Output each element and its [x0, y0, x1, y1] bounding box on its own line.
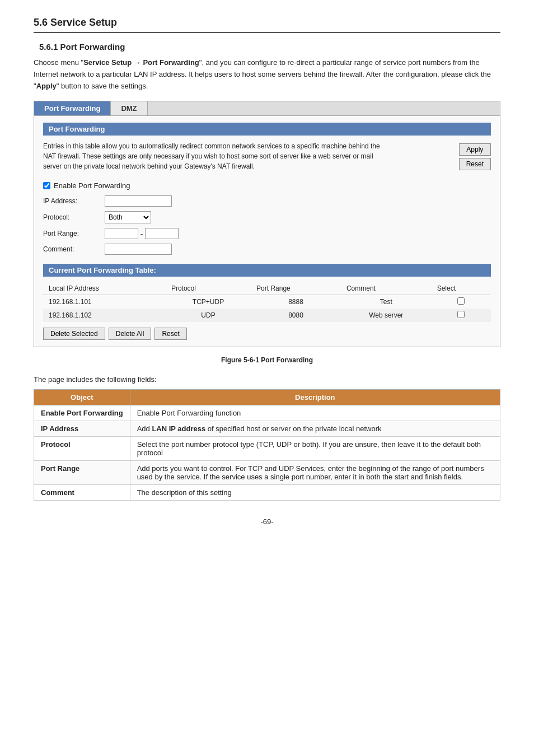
row-checkbox-1[interactable]: [457, 311, 465, 318]
description-table: Object Description Enable Port Forwardin…: [34, 389, 500, 501]
desc-cell-object: Port Range: [34, 461, 130, 485]
col-comment: Comment: [341, 282, 432, 295]
cell-comment: Web server: [341, 309, 432, 322]
subsection-title: 5.6.1 Port Forwarding: [39, 42, 500, 52]
desc-intro: The page includes the following fields:: [34, 375, 500, 384]
port-forwarding-section-bar: Port Forwarding: [43, 123, 491, 136]
desc-table-row: Comment The description of this setting: [34, 485, 500, 501]
cell-ip: 192.168.1.101: [43, 295, 166, 309]
comment-row: Comment:: [43, 244, 491, 255]
cell-port-range: 8888: [251, 295, 341, 309]
col-port-range: Port Range: [251, 282, 341, 295]
panel: Port Forwarding DMZ Port Forwarding Entr…: [34, 101, 500, 347]
table-section: Current Port Forwarding Table: Local IP …: [43, 264, 491, 340]
cell-port-range: 8080: [251, 309, 341, 322]
cell-protocol: TCP+UDP: [166, 295, 251, 309]
description-text: Entries in this table allow you to autom…: [43, 141, 390, 171]
port-range-inputs: -: [105, 228, 179, 239]
port-range-row: Port Range: -: [43, 228, 491, 239]
intro-paragraph: Choose menu "Service Setup → Port Forwar…: [34, 57, 500, 92]
ip-address-label: IP Address:: [43, 197, 105, 205]
cell-select[interactable]: [432, 295, 491, 309]
port-range-end-input[interactable]: [145, 228, 179, 239]
delete-all-button[interactable]: Delete All: [109, 328, 152, 340]
comment-input[interactable]: [105, 244, 172, 255]
enable-checkbox[interactable]: [43, 182, 50, 189]
desc-cell-description: Enable Port Forwarding function: [130, 405, 500, 421]
panel-tabs: Port Forwarding DMZ: [34, 101, 500, 116]
desc-cell-description: The description of this setting: [130, 485, 500, 501]
form-area: Enable Port Forwarding IP Address: Proto…: [43, 177, 491, 255]
cell-protocol: UDP: [166, 309, 251, 322]
form-buttons: Apply Reset: [459, 143, 491, 170]
enable-label: Enable Port Forwarding: [54, 181, 130, 190]
desc-cell-object: Protocol: [34, 437, 130, 461]
reset-button[interactable]: Reset: [459, 158, 491, 170]
comment-label: Comment:: [43, 245, 105, 253]
cell-ip: 192.168.1.102: [43, 309, 166, 322]
desc-col-description: Description: [130, 390, 500, 405]
desc-cell-description: Select the port number protocol type (TC…: [130, 437, 500, 461]
tab-port-forwarding[interactable]: Port Forwarding: [34, 101, 111, 115]
tab-dmz[interactable]: DMZ: [111, 101, 147, 115]
protocol-row: Protocol: Both TCP UDP TCP+UDP: [43, 211, 491, 223]
desc-table-row: Protocol Select the port number protocol…: [34, 437, 500, 461]
desc-cell-object: Enable Port Forwarding: [34, 405, 130, 421]
figure-caption: Figure 5-6-1 Port Forwarding: [34, 356, 500, 364]
desc-cell-description: Add LAN IP address of specified host or …: [130, 421, 500, 437]
page-number: -69-: [34, 517, 500, 526]
ip-address-input[interactable]: [105, 195, 172, 207]
desc-col-object: Object: [34, 390, 130, 405]
protocol-label: Protocol:: [43, 213, 105, 221]
col-protocol: Protocol: [166, 282, 251, 295]
desc-table-row: Enable Port Forwarding Enable Port Forwa…: [34, 405, 500, 421]
table-row: 192.168.1.102 UDP 8080 Web server: [43, 309, 491, 322]
enable-row: Enable Port Forwarding: [43, 181, 491, 190]
cell-comment: Test: [341, 295, 432, 309]
panel-body: Port Forwarding Entries in this table al…: [34, 116, 500, 347]
col-select: Select: [432, 282, 491, 295]
cell-select[interactable]: [432, 309, 491, 322]
table-row: 192.168.1.101 TCP+UDP 8888 Test: [43, 295, 491, 309]
protocol-select[interactable]: Both TCP UDP TCP+UDP: [105, 211, 151, 223]
table-buttons: Delete Selected Delete All Reset: [43, 328, 491, 340]
port-range-start-input[interactable]: [105, 228, 138, 239]
desc-cell-description: Add ports you want to control. For TCP a…: [130, 461, 500, 485]
table-reset-button[interactable]: Reset: [154, 328, 186, 340]
port-range-label: Port Range:: [43, 230, 105, 237]
row-checkbox-0[interactable]: [457, 297, 465, 305]
table-section-bar: Current Port Forwarding Table:: [43, 264, 491, 277]
delete-selected-button[interactable]: Delete Selected: [43, 328, 105, 340]
port-range-separator: -: [140, 230, 143, 238]
section-title: 5.6 Service Setup: [34, 17, 500, 33]
ip-address-row: IP Address:: [43, 195, 491, 207]
desc-cell-object: IP Address: [34, 421, 130, 437]
col-local-ip: Local IP Address: [43, 282, 166, 295]
desc-table-row: Port Range Add ports you want to control…: [34, 461, 500, 485]
apply-button[interactable]: Apply: [459, 143, 491, 156]
port-forwarding-table: Local IP Address Protocol Port Range Com…: [43, 282, 491, 322]
desc-cell-object: Comment: [34, 485, 130, 501]
desc-table-row: IP Address Add LAN IP address of specifi…: [34, 421, 500, 437]
